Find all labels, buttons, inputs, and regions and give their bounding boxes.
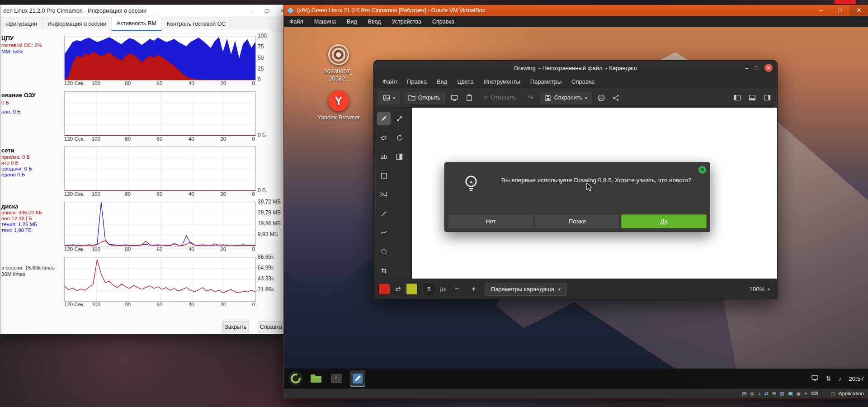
desktop-icon-yandex-browser[interactable]: Y Yandex Browser: [313, 90, 364, 121]
close-session-button[interactable]: Закрыть: [222, 322, 249, 332]
toggle-bottom-panel-icon[interactable]: [747, 92, 758, 104]
tool-size-field[interactable]: 5: [423, 283, 435, 295]
shared-folders-icon[interactable]: ▥: [780, 389, 784, 398]
ram-x-axis: 120 Сек.100806040200: [64, 136, 255, 142]
optical-disk-icon[interactable]: ◎: [750, 389, 755, 398]
tab-vm-activity[interactable]: Активность ВМ: [112, 17, 162, 31]
drawing-canvas[interactable]: ✕ Вы впервые используете Drawing 0.8.5. …: [412, 108, 777, 279]
filter-tool[interactable]: [392, 150, 406, 163]
keyboard-icon[interactable]: ⌨: [811, 389, 818, 398]
disk-write-rate-label: аписи: 396,00 КБ: [1, 210, 42, 215]
audio-icon[interactable]: ♪: [758, 389, 761, 398]
maximize-button[interactable]: □: [259, 5, 274, 17]
menu-help[interactable]: Справка: [566, 78, 599, 85]
taskbar-terminal[interactable]: >_: [329, 370, 344, 387]
updates-tray-icon[interactable]: ⇅: [826, 375, 831, 382]
insert-image-tool[interactable]: [377, 188, 391, 201]
guest-screen: 20230607_ 205821 Y Yandex Browser Drawin…: [284, 27, 868, 388]
maximize-button[interactable]: □: [755, 65, 758, 71]
print-icon[interactable]: [596, 92, 607, 104]
tool-options-dropdown[interactable]: Параметры карандаша ▾: [485, 283, 567, 296]
x-axis-label: 20: [220, 80, 226, 86]
tab-configuration[interactable]: нфигурации: [0, 17, 42, 31]
menu-input[interactable]: Ввод: [363, 19, 387, 25]
menu-devices[interactable]: Устройства: [387, 19, 427, 25]
menu-edit[interactable]: Правка: [402, 78, 432, 85]
minimize-button[interactable]: –: [745, 65, 748, 71]
shape-tool[interactable]: [377, 169, 391, 182]
x-axis-label: 0: [252, 191, 255, 197]
drawing-app-window: Drawing ~ Несохраненный файл ~ Карандаш …: [373, 60, 778, 299]
taskbar-clock[interactable]: 20:57: [849, 375, 864, 382]
eraser-tool[interactable]: [377, 131, 391, 144]
hard-disk-icon[interactable]: ▤: [742, 389, 746, 398]
toggle-right-panel-icon[interactable]: [762, 92, 773, 104]
usb-icon[interactable]: ⊞: [772, 389, 776, 398]
tab-guest-os-control[interactable]: Контроль гостевой ОС: [162, 17, 231, 31]
menu-button[interactable]: [288, 371, 303, 386]
pencil-icon: [380, 115, 387, 122]
taskbar-drawing-app[interactable]: [350, 370, 365, 387]
help-button[interactable]: Справка: [258, 322, 284, 332]
x-axis-label: 80: [125, 136, 131, 142]
reload-tool[interactable]: [392, 131, 406, 144]
session-tabs: нфигурации Информация о сессии Активност…: [0, 17, 290, 31]
menu-tools[interactable]: Инструменты: [479, 78, 525, 85]
share-icon[interactable]: [611, 92, 622, 104]
dialog-close-button[interactable]: ✕: [698, 166, 706, 174]
mouse-integration-icon[interactable]: ⌖: [804, 389, 807, 398]
text-tool[interactable]: ab: [377, 150, 391, 163]
taskbar-file-manager[interactable]: [308, 370, 324, 387]
maximize-button[interactable]: □: [830, 5, 849, 16]
redo-icon[interactable]: ↷: [525, 92, 536, 104]
fullscreen-tool[interactable]: [392, 112, 406, 125]
primary-color-swatch[interactable]: [378, 283, 390, 295]
recording-icon[interactable]: ◉: [797, 389, 801, 398]
zoom-dropdown[interactable]: 100% ▾: [750, 286, 773, 293]
display-tray-icon[interactable]: [811, 375, 818, 382]
network-icon[interactable]: ⇄: [764, 389, 768, 398]
desktop-icon-photo[interactable]: 20230607_ 205821: [313, 44, 364, 82]
menu-view[interactable]: Вид: [341, 19, 363, 25]
paste-icon[interactable]: [464, 92, 475, 104]
screenshot-icon[interactable]: [449, 92, 460, 104]
text-tool-icon: ab: [381, 153, 387, 160]
toggle-left-panel-icon[interactable]: [732, 92, 743, 104]
curve-tool[interactable]: [377, 226, 391, 239]
tab-session-information[interactable]: Информация о сессии: [42, 17, 112, 31]
net-received-label: ято 0 Б: [1, 160, 19, 166]
menu-machine[interactable]: Машина: [309, 19, 341, 25]
pencil-tool[interactable]: [377, 112, 391, 125]
menu-colors[interactable]: Цвета: [452, 78, 478, 85]
x-axis-label: 0: [252, 246, 255, 252]
sound-tray-icon[interactable]: ♪: [838, 375, 841, 382]
menu-view[interactable]: Вид: [432, 78, 453, 85]
taskbar-tray: ⇅ ♪ 20:57: [811, 375, 864, 382]
minimize-button[interactable]: –: [811, 5, 830, 16]
increase-size-button[interactable]: +: [468, 283, 480, 295]
swap-colors-icon[interactable]: ⇄: [395, 285, 401, 293]
dialog-later-button[interactable]: Позже: [535, 214, 620, 228]
dialog-no-button[interactable]: Нет: [448, 214, 533, 228]
display-icon[interactable]: ▣: [788, 389, 793, 398]
open-button[interactable]: Открыть: [404, 92, 445, 104]
free-selection-tool[interactable]: [377, 245, 391, 258]
notification-badge: [835, 0, 856, 4]
close-button[interactable]: ✕: [849, 5, 868, 16]
menu-help[interactable]: Справка: [427, 19, 460, 25]
undo-button[interactable]: ↶ Отменить: [479, 92, 521, 104]
crop-tool[interactable]: [377, 264, 391, 277]
save-button[interactable]: Сохранить ▾: [540, 92, 592, 104]
decrease-size-button[interactable]: −: [451, 283, 463, 295]
menu-options[interactable]: Параметры: [525, 78, 566, 85]
terminal-icon: >_: [331, 374, 342, 383]
minimize-button[interactable]: –: [244, 5, 259, 17]
new-image-button[interactable]: ▾: [378, 91, 400, 104]
menu-file[interactable]: Файл: [284, 19, 309, 25]
ram-heading: ование ОЗУ: [1, 92, 36, 99]
secondary-color-swatch[interactable]: [406, 283, 418, 295]
close-button[interactable]: ✕: [764, 64, 773, 72]
dialog-yes-button[interactable]: Да: [621, 214, 707, 228]
menu-file[interactable]: Файл: [377, 78, 402, 85]
line-tool[interactable]: [377, 207, 391, 220]
